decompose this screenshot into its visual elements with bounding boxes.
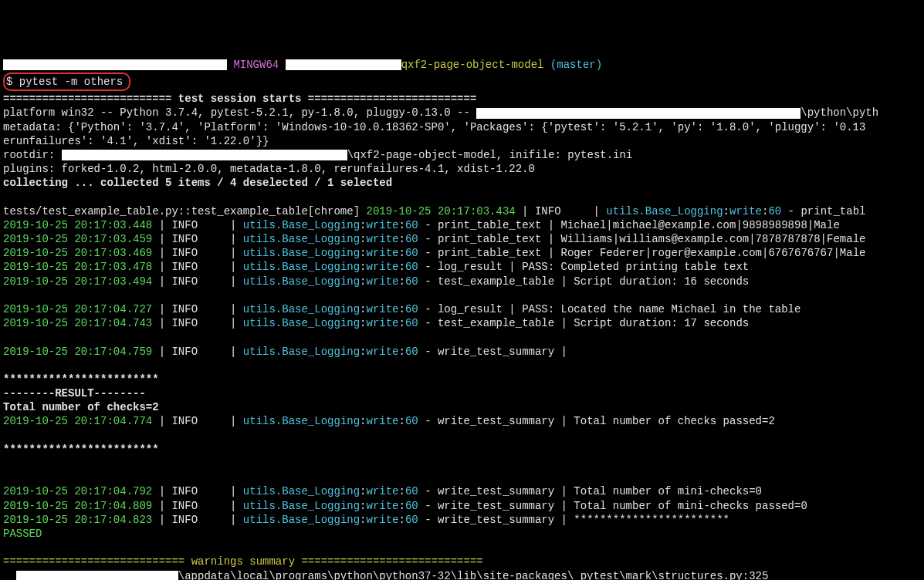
command-text[interactable]: pytest -m others xyxy=(19,76,123,88)
result-header: --------RESULT-------- xyxy=(3,387,146,400)
rootdir-suffix: \qxf2-page-object-model, inifile: pytest… xyxy=(347,149,633,161)
metadata-line: metadata: {'Python': '3.7.4', 'Platform'… xyxy=(3,121,865,133)
session-header: ========================== test session … xyxy=(3,93,476,105)
test-id: tests/test_example_table.py::test_exampl… xyxy=(3,205,366,218)
stars-divider: ************************ xyxy=(3,373,159,386)
rerun-line: erunfailures': '4.1', 'xdist': '1.22.0'}… xyxy=(3,135,269,147)
passed-label: PASSED xyxy=(3,528,42,540)
terminal-output: MINGW64 qxf2-page-object-model (master) … xyxy=(0,42,924,580)
platform-line: platform win32 -- Python 3.7.4, pytest-5… xyxy=(3,106,476,119)
cwd-path: qxf2-page-object-model xyxy=(401,59,544,71)
rootdir-prefix: rootdir: xyxy=(3,149,62,161)
total-checks: Total number of checks=2 xyxy=(3,401,159,413)
mingw-label: MINGW64 xyxy=(233,59,279,71)
command-highlight: $ pytest -m others xyxy=(3,72,130,91)
plugins-line: plugins: forked-1.0.2, html-2.0.0, metad… xyxy=(3,163,535,175)
collecting-line: collecting ... collected 5 items / 4 des… xyxy=(3,177,392,189)
warnings-header: ============================ warnings su… xyxy=(3,555,483,568)
stars-divider-2: ************************ xyxy=(3,443,159,456)
git-branch: (master) xyxy=(550,59,602,71)
prompt-dollar: $ xyxy=(6,76,12,88)
warning-path-1: \appdata\local\programs\python\python37-… xyxy=(178,570,769,581)
